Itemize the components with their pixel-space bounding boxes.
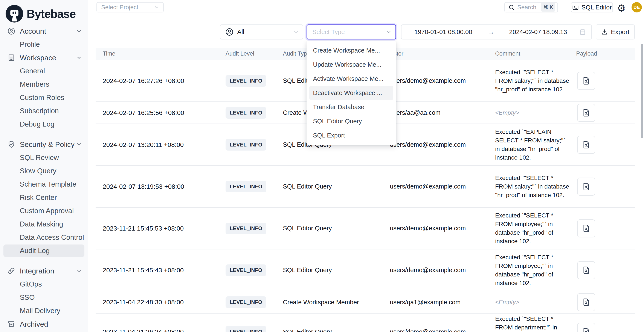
sidebar-item-audit-log[interactable]: Audit Log bbox=[0, 244, 88, 257]
shield-check-icon bbox=[7, 140, 16, 149]
menu-item-sql-export[interactable]: SQL Export bbox=[309, 128, 393, 142]
sidebar-item-security-policy[interactable]: Security & Policy bbox=[0, 138, 88, 151]
brand-name: Bytebase bbox=[27, 7, 76, 20]
chevron-down-icon bbox=[76, 28, 82, 34]
sidebar-item-data-access-control[interactable]: Data Access Control bbox=[0, 231, 88, 244]
vertical-scrollbar[interactable] bbox=[641, 44, 643, 138]
type-filter-placeholder: Select Type bbox=[312, 28, 386, 36]
level-badge: LEVEL_INFO bbox=[226, 223, 266, 234]
sidebar-item-custom-approval[interactable]: Custom Approval bbox=[0, 204, 88, 217]
payload-view-button[interactable] bbox=[577, 219, 595, 237]
terminal-icon bbox=[572, 4, 579, 11]
actor-filter-value: All bbox=[237, 28, 290, 36]
sidebar-item-custom-roles[interactable]: Custom Roles bbox=[0, 91, 88, 104]
building-icon bbox=[7, 54, 16, 62]
table-row: 2023-11-04 22:48:30 +08:00 LEVEL_INFO Cr… bbox=[96, 291, 635, 314]
bytebase-logo[interactable]: Bytebase bbox=[0, 0, 88, 24]
sql-editor-button[interactable]: SQL Editor bbox=[571, 2, 613, 12]
actor-filter-select[interactable]: All bbox=[220, 24, 303, 39]
sidebar-item-schema-template[interactable]: Schema Template bbox=[0, 177, 88, 191]
scroll-area-divider bbox=[640, 41, 640, 332]
audit-log-page: Bytebase Account Profile Workspace Gener… bbox=[0, 0, 644, 332]
column-header-time: Time bbox=[96, 50, 216, 57]
search-placeholder: Search bbox=[517, 4, 538, 11]
chevron-down-icon bbox=[386, 29, 392, 35]
topbar: Select Project Search ⌘ K SQL Editor ⚙ D… bbox=[88, 0, 644, 17]
menu-item-transfer-database[interactable]: Transfer Database bbox=[309, 100, 393, 114]
sidebar-item-archived[interactable]: Archived bbox=[0, 318, 88, 331]
level-badge: LEVEL_INFO bbox=[226, 75, 266, 87]
sidebar-item-sso[interactable]: SSO bbox=[0, 291, 88, 304]
user-circle-icon bbox=[7, 27, 16, 35]
calendar-icon bbox=[579, 28, 586, 36]
payload-view-button[interactable] bbox=[577, 136, 595, 154]
link-icon bbox=[7, 267, 16, 275]
menu-item-deactivate-workspace-member[interactable]: Deactivate Workspace ... bbox=[309, 86, 393, 100]
table-row: 2023-11-21 15:45:53 +08:00 LEVEL_INFO SQ… bbox=[96, 208, 635, 249]
chevron-down-icon bbox=[76, 141, 82, 148]
payload-view-button[interactable] bbox=[577, 293, 595, 311]
chevron-down-icon bbox=[76, 268, 82, 274]
bytebase-logo-icon bbox=[6, 5, 23, 22]
date-range-picker[interactable]: 1970-01-01 08:00:00 → 2024-02-07 18:09:1… bbox=[401, 24, 592, 39]
archive-box-icon bbox=[7, 320, 16, 328]
search-input[interactable]: Search ⌘ K bbox=[504, 2, 558, 12]
table-row: 2024-02-07 13:19:53 +08:00 LEVEL_INFO SQ… bbox=[96, 166, 635, 208]
search-shortcut-badge: ⌘ K bbox=[541, 3, 555, 11]
menu-item-sql-editor-query[interactable]: SQL Editor Query bbox=[309, 114, 393, 128]
project-selector[interactable]: Select Project bbox=[96, 2, 164, 12]
table-row: 2023-11-04 21:26:24 +08:00 LEVEL_INFO SQ… bbox=[96, 314, 635, 332]
sidebar: Bytebase Account Profile Workspace Gener… bbox=[0, 0, 88, 332]
level-badge: LEVEL_INFO bbox=[226, 139, 266, 151]
column-header-actor: Actor bbox=[383, 50, 488, 57]
sidebar-item-general[interactable]: General bbox=[0, 64, 88, 78]
sidebar-item-profile[interactable]: Profile bbox=[0, 38, 88, 51]
sidebar-nav: Account Profile Workspace General Member… bbox=[0, 24, 88, 331]
menu-item-create-workspace-member[interactable]: Create Workspace Me... bbox=[309, 43, 393, 57]
column-header-comment: Comment bbox=[488, 50, 571, 57]
payload-view-button[interactable] bbox=[577, 261, 595, 279]
level-badge: LEVEL_INFO bbox=[226, 296, 266, 308]
payload-view-button[interactable] bbox=[577, 323, 595, 332]
sidebar-item-slow-query[interactable]: Slow Query bbox=[0, 164, 88, 177]
menu-item-update-workspace-member[interactable]: Update Workspace Me... bbox=[309, 57, 393, 72]
payload-view-button[interactable] bbox=[577, 72, 595, 90]
sidebar-item-gitops[interactable]: GitOps bbox=[0, 278, 88, 291]
date-to-value: 2024-02-07 18:09:13 bbox=[509, 28, 567, 36]
level-badge: LEVEL_INFO bbox=[226, 107, 266, 119]
download-icon bbox=[601, 28, 608, 35]
menu-item-activate-workspace-member[interactable]: Activate Workspace Me... bbox=[309, 72, 393, 86]
level-badge: LEVEL_INFO bbox=[226, 181, 266, 192]
sidebar-item-risk-center[interactable]: Risk Center bbox=[0, 191, 88, 204]
type-filter-dropdown-menu: Create Workspace Me... Update Workspace … bbox=[306, 41, 396, 145]
type-filter-select[interactable]: Select Type bbox=[306, 24, 396, 39]
level-badge: LEVEL_INFO bbox=[226, 264, 266, 276]
payload-view-button[interactable] bbox=[577, 104, 595, 122]
chevron-down-icon bbox=[154, 4, 160, 10]
search-icon bbox=[508, 4, 515, 10]
arrow-right-icon: → bbox=[488, 28, 494, 36]
sidebar-item-members[interactable]: Members bbox=[0, 78, 88, 91]
project-selector-placeholder: Select Project bbox=[101, 4, 138, 11]
user-circle-icon bbox=[225, 28, 234, 36]
settings-gear-icon[interactable]: ⚙ bbox=[616, 2, 627, 14]
level-badge: LEVEL_INFO bbox=[226, 326, 266, 332]
user-avatar[interactable]: DE bbox=[632, 2, 642, 12]
export-button[interactable]: Export bbox=[596, 24, 635, 39]
sidebar-item-sql-review[interactable]: SQL Review bbox=[0, 151, 88, 164]
payload-view-button[interactable] bbox=[577, 177, 595, 196]
main-content: Select Project Search ⌘ K SQL Editor ⚙ D… bbox=[88, 0, 644, 332]
chevron-down-icon bbox=[76, 54, 82, 61]
date-from-value: 1970-01-01 08:00:00 bbox=[414, 28, 472, 36]
sidebar-item-mail-delivery[interactable]: Mail Delivery bbox=[0, 304, 88, 318]
sidebar-item-account[interactable]: Account bbox=[0, 24, 88, 38]
table-row: 2023-11-21 15:45:43 +08:00 LEVEL_INFO SQ… bbox=[96, 249, 635, 291]
sidebar-item-workspace[interactable]: Workspace bbox=[0, 51, 88, 64]
sidebar-item-integration[interactable]: Integration bbox=[0, 264, 88, 278]
chevron-down-icon bbox=[293, 29, 299, 35]
sidebar-item-data-masking[interactable]: Data Masking bbox=[0, 217, 88, 231]
sidebar-item-debug-log[interactable]: Debug Log bbox=[0, 118, 88, 131]
column-header-payload: Payload bbox=[571, 50, 635, 57]
column-header-audit-level: Audit Level bbox=[216, 50, 272, 57]
sidebar-item-subscription[interactable]: Subscription bbox=[0, 104, 88, 118]
